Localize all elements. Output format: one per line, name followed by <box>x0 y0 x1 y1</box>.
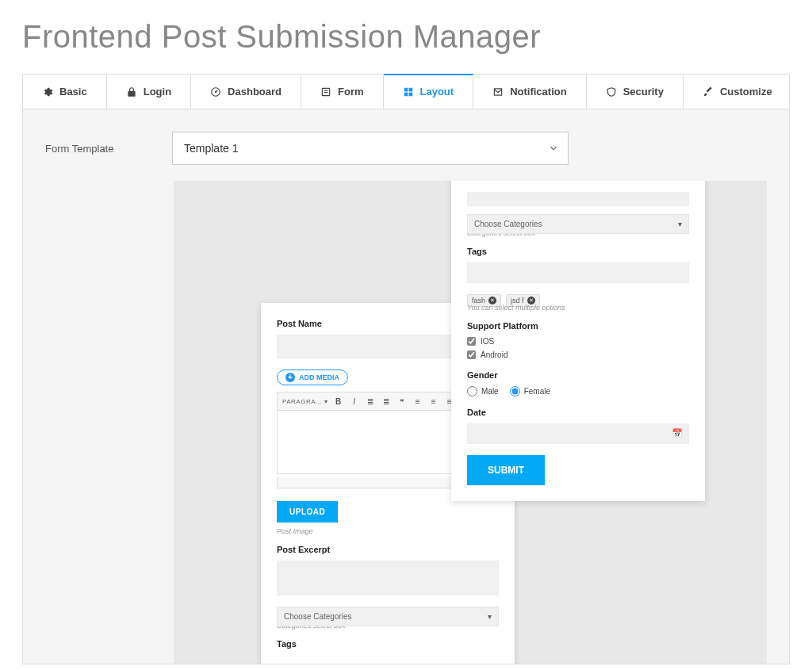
form-icon <box>320 86 331 98</box>
brush-icon <box>703 86 714 98</box>
male-radio-label[interactable]: Male <box>467 386 499 396</box>
ios-label: IOS <box>481 337 494 346</box>
choose-categories-select-b[interactable]: Choose Categories ▾ <box>467 214 689 234</box>
post-excerpt-label: Post Excerpt <box>277 545 499 554</box>
date-field-wrap: 📅 <box>467 423 689 444</box>
bold-button[interactable]: B <box>333 396 344 407</box>
tab-layout[interactable]: Layout <box>384 74 474 109</box>
caret-down-icon: ▾ <box>324 398 328 405</box>
form-template-row: Form Template Template 1 <box>45 132 767 165</box>
gear-icon <box>42 86 53 98</box>
svg-rect-5 <box>404 87 408 91</box>
align-center-button[interactable]: ≡ <box>428 396 439 407</box>
female-radio[interactable] <box>510 386 520 396</box>
dashboard-icon <box>210 86 221 98</box>
support-platform-label: Support Platform <box>467 321 689 331</box>
tags-hint: You can select multiple options <box>467 304 689 312</box>
mail-icon <box>492 86 504 98</box>
gender-label: Gender <box>467 370 689 380</box>
tab-customize[interactable]: Customize <box>684 75 791 109</box>
tab-label: Notification <box>510 86 567 98</box>
android-checkbox-row: Android <box>467 350 689 359</box>
lock-icon <box>126 86 137 98</box>
svg-rect-6 <box>408 87 412 91</box>
male-radio[interactable] <box>467 386 477 396</box>
tab-security[interactable]: Security <box>587 75 684 109</box>
page-root: Frontend Post Submission Manager Basic L… <box>0 0 812 670</box>
android-label: Android <box>481 350 508 359</box>
paragraph-select[interactable]: PARAGRA... ▾ <box>282 398 328 405</box>
shield-icon <box>606 86 617 98</box>
form-template-label: Form Template <box>45 143 140 155</box>
female-radio-label[interactable]: Female <box>510 386 550 396</box>
post-excerpt-input[interactable] <box>277 561 499 595</box>
tab-label: Login <box>144 86 171 98</box>
upload-button[interactable]: UPLOAD <box>277 501 338 523</box>
caret-down-icon: ▾ <box>488 612 492 621</box>
align-left-button[interactable]: ≡ <box>412 396 423 407</box>
tab-label: Form <box>338 86 364 98</box>
list-ul-button[interactable]: ≣ <box>365 396 376 407</box>
top-input[interactable] <box>467 192 689 206</box>
form-template-select-wrap: Template 1 <box>172 132 569 165</box>
svg-rect-7 <box>404 92 408 96</box>
tab-label: Security <box>623 86 664 98</box>
ios-checkbox[interactable] <box>467 337 476 346</box>
content-area: Form Template Template 1 Post Name + ADD… <box>22 109 790 664</box>
italic-button[interactable]: I <box>349 396 360 407</box>
caret-down-icon: ▾ <box>678 220 682 228</box>
tab-label: Dashboard <box>228 86 282 98</box>
submit-button[interactable]: SUBMIT <box>467 455 545 485</box>
tags-input[interactable] <box>467 262 689 283</box>
tab-dashboard[interactable]: Dashboard <box>191 75 301 109</box>
page-title: Frontend Post Submission Manager <box>0 0 812 74</box>
tab-label: Layout <box>420 86 454 98</box>
tab-form[interactable]: Form <box>301 75 384 109</box>
tags-label-a: Tags <box>277 639 499 649</box>
date-input[interactable] <box>467 423 689 444</box>
gender-radios: Male Female <box>467 386 689 396</box>
add-media-label: ADD MEDIA <box>299 373 339 381</box>
plus-icon: + <box>285 373 295 382</box>
quote-button[interactable]: ❝ <box>396 396 408 407</box>
date-label: Date <box>467 408 689 417</box>
tab-notification[interactable]: Notification <box>473 75 587 109</box>
post-image-hint: Post Image <box>277 527 499 535</box>
preview-card-secondary: Choose Categories ▾ Categories select bo… <box>451 181 705 501</box>
tags-label-b: Tags <box>467 247 689 256</box>
choose-categories-select-a[interactable]: Choose Categories ▾ <box>277 607 499 626</box>
tab-basic[interactable]: Basic <box>23 75 107 109</box>
ios-checkbox-row: IOS <box>467 337 689 346</box>
tab-label: Basic <box>59 86 87 98</box>
add-media-button[interactable]: + ADD MEDIA <box>277 369 348 385</box>
layout-icon <box>403 86 414 98</box>
calendar-icon: 📅 <box>672 428 683 438</box>
svg-point-1 <box>215 90 216 92</box>
svg-rect-8 <box>408 92 412 96</box>
template-preview: Post Name + ADD MEDIA PARAGRA... ▾ B I ≣… <box>174 181 767 664</box>
tabs-bar: Basic Login Dashboard Form Layout Notifi… <box>22 74 790 109</box>
tab-label: Customize <box>720 86 772 98</box>
list-ol-button[interactable]: ≣ <box>381 396 392 407</box>
form-template-select[interactable]: Template 1 <box>172 132 569 165</box>
tab-login[interactable]: Login <box>107 75 191 109</box>
android-checkbox[interactable] <box>467 350 476 359</box>
